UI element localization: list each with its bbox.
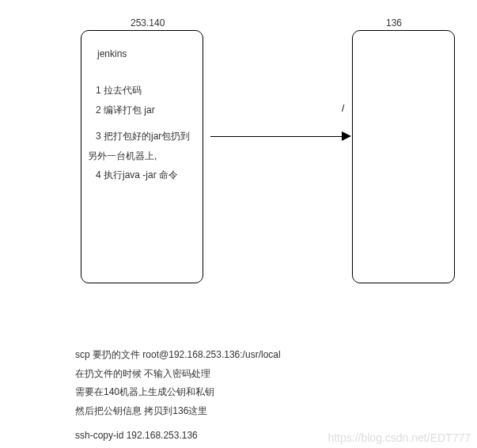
step-4: 4 执行java -jar 命令: [96, 168, 195, 183]
jenkins-box: jenkins 1 拉去代码 2 编译打包 jar 3 把打包好的jar包扔到 …: [81, 30, 203, 283]
left-box-label: 253.140: [131, 17, 165, 28]
right-box-label: 136: [386, 17, 402, 28]
notes-block: scp 要扔的文件 root@192.168.253.136:/usr/loca…: [75, 347, 281, 446]
step-3b: 另外一台机器上,: [88, 150, 195, 163]
arrow-head-icon: [342, 131, 351, 141]
note-line-5: ssh-copy-id 192.168.253.136: [75, 427, 281, 445]
arrow-line: [210, 136, 348, 137]
step-3a: 3 把打包好的jar包扔到: [96, 129, 195, 144]
note-line-3: 需要在140机器上生成公钥和私钥: [75, 384, 281, 401]
step-1: 1 拉去代码: [96, 83, 195, 98]
target-box: [352, 30, 455, 283]
note-line-1: scp 要扔的文件 root@192.168.253.136:/usr/loca…: [75, 347, 281, 364]
note-line-2: 在扔文件的时候 不输入密码处理: [75, 366, 281, 383]
arrow-mark: /: [342, 103, 344, 114]
jenkins-title: jenkins: [97, 48, 195, 59]
note-line-4: 然后把公钥信息 拷贝到136这里: [75, 403, 281, 420]
step-2: 2 编译打包 jar: [96, 103, 195, 118]
watermark: https://blog.csdn.net/EDT777: [327, 431, 471, 444]
